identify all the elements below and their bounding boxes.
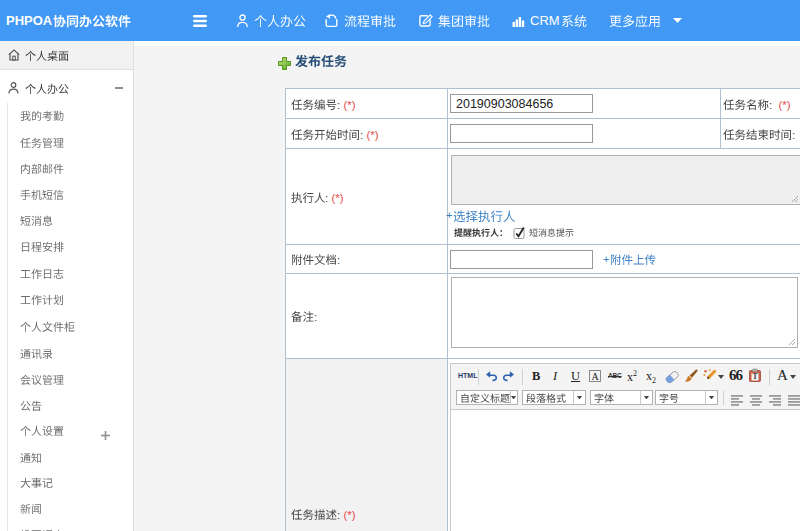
svg-text:T: T — [752, 372, 757, 381]
